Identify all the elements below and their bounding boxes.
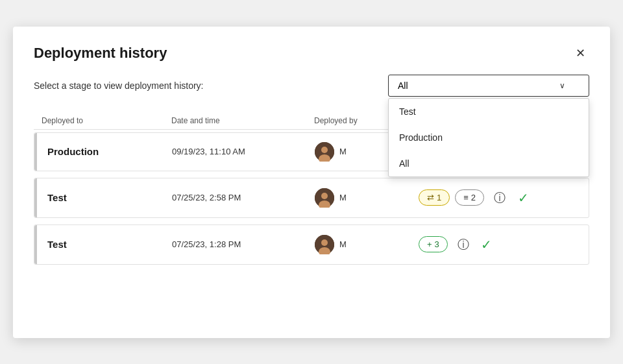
deployed-by: M	[315, 235, 419, 254]
badge-count: 2	[471, 193, 476, 202]
avatar	[315, 235, 334, 254]
svg-point-7	[321, 239, 328, 246]
stage-select-button[interactable]: All ∨	[388, 75, 589, 97]
deployment-history-dialog: Deployment history ✕ Select a stage to v…	[13, 27, 610, 338]
stage-select-wrapper: All ∨ Test Production All	[388, 75, 589, 97]
badge-changed: ⇄ 1	[419, 189, 450, 206]
svg-point-1	[321, 147, 328, 153]
date-time: 09/19/23, 11:10 AM	[172, 147, 315, 156]
stage-name: Production	[42, 146, 172, 157]
col-date-time: Date and time	[171, 116, 314, 125]
date-time: 07/25/23, 2:58 PM	[172, 193, 315, 202]
action-icons: ⓘ ✓	[453, 234, 497, 255]
deployed-by: M	[315, 188, 419, 208]
dropdown-item-test[interactable]: Test	[389, 99, 589, 125]
badge-icon: ⇄	[427, 193, 434, 202]
deployer-initial: M	[339, 147, 347, 156]
items-area: ⇄ 1 ≡ 2 ⓘ ✓	[419, 188, 581, 208]
col-deployed-to: Deployed to	[42, 116, 171, 125]
table-row: Test 07/25/23, 2:58 PM M ⇄ 1 ≡ 2 ⓘ	[34, 178, 589, 218]
avatar	[315, 188, 334, 208]
dropdown-item-production[interactable]: Production	[389, 125, 589, 151]
stage-name: Test	[42, 192, 172, 203]
info-button[interactable]: ⓘ	[489, 188, 510, 208]
badge-icon: +	[427, 239, 432, 249]
stage-name: Test	[42, 239, 172, 250]
stage-select-row: Select a stage to view deployment histor…	[34, 75, 589, 97]
dropdown-item-all[interactable]: All	[389, 151, 589, 176]
table-row: Test 07/25/23, 1:28 PM M + 3 ⓘ ✓	[34, 224, 589, 265]
close-button[interactable]: ✕	[572, 45, 589, 62]
dialog-header: Deployment history ✕	[34, 45, 589, 62]
date-time: 07/25/23, 1:28 PM	[172, 239, 315, 249]
stage-dropdown-menu: Test Production All	[388, 98, 589, 177]
badge-added: + 3	[419, 236, 448, 252]
action-icons: ⓘ ✓	[489, 188, 533, 208]
check-button[interactable]: ✓	[476, 234, 497, 255]
deployer-initial: M	[339, 239, 347, 249]
items-area: + 3 ⓘ ✓	[419, 234, 581, 255]
stage-select-value: All	[398, 80, 408, 91]
badge-count: 1	[437, 193, 441, 202]
svg-point-4	[321, 193, 328, 199]
info-button[interactable]: ⓘ	[453, 234, 474, 255]
avatar	[315, 142, 334, 162]
deployer-initial: M	[339, 193, 347, 202]
badge-items: ≡ 2	[455, 189, 484, 206]
badge-icon: ≡	[463, 193, 469, 202]
chevron-down-icon: ∨	[559, 81, 565, 90]
stage-select-label: Select a stage to view deployment histor…	[34, 80, 203, 91]
badge-count: 3	[435, 239, 439, 249]
check-button[interactable]: ✓	[513, 188, 533, 208]
dialog-title: Deployment history	[34, 45, 167, 62]
